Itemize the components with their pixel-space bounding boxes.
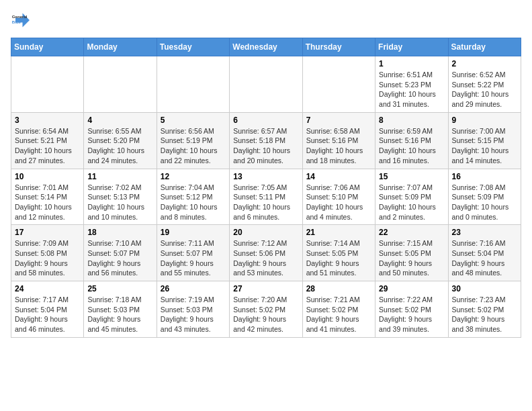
calendar-cell: 24Sunrise: 7:17 AM Sunset: 5:04 PM Dayli… [11, 281, 84, 338]
calendar-cell: 15Sunrise: 7:07 AM Sunset: 5:09 PM Dayli… [375, 169, 448, 225]
logo-icon: General Blue [11, 11, 30, 30]
day-number: 5 [161, 116, 226, 125]
day-number: 30 [452, 284, 517, 293]
calendar-cell: 13Sunrise: 7:05 AM Sunset: 5:11 PM Dayli… [230, 169, 302, 225]
day-number: 7 [306, 116, 371, 125]
day-number: 2 [452, 59, 517, 68]
day-header-tuesday: Tuesday [157, 38, 229, 56]
day-info: Sunrise: 6:58 AM Sunset: 5:16 PM Dayligh… [306, 126, 371, 166]
day-number: 23 [452, 228, 517, 237]
day-info: Sunrise: 7:20 AM Sunset: 5:02 PM Dayligh… [233, 295, 298, 334]
day-info: Sunrise: 6:57 AM Sunset: 5:18 PM Dayligh… [233, 126, 298, 166]
day-info: Sunrise: 7:07 AM Sunset: 5:09 PM Dayligh… [379, 183, 444, 222]
logo: General Blue [11, 11, 30, 30]
day-number: 22 [379, 228, 444, 237]
day-header-monday: Monday [84, 38, 157, 56]
day-number: 9 [452, 116, 517, 125]
day-header-thursday: Thursday [302, 38, 375, 56]
day-info: Sunrise: 7:23 AM Sunset: 5:02 PM Dayligh… [452, 295, 517, 334]
calendar-cell: 30Sunrise: 7:23 AM Sunset: 5:02 PM Dayli… [448, 281, 521, 338]
calendar-cell: 28Sunrise: 7:21 AM Sunset: 5:02 PM Dayli… [302, 281, 375, 338]
calendar-cell: 20Sunrise: 7:12 AM Sunset: 5:06 PM Dayli… [230, 225, 302, 281]
day-info: Sunrise: 7:04 AM Sunset: 5:12 PM Dayligh… [161, 183, 226, 222]
day-number: 20 [233, 228, 298, 237]
day-number: 12 [161, 172, 226, 181]
svg-text:Blue: Blue [12, 19, 21, 24]
calendar-cell: 22Sunrise: 7:15 AM Sunset: 5:05 PM Dayli… [375, 225, 448, 281]
day-number: 10 [15, 172, 80, 181]
calendar-table: SundayMondayTuesdayWednesdayThursdayFrid… [11, 38, 521, 338]
calendar-cell: 5Sunrise: 6:56 AM Sunset: 5:19 PM Daylig… [157, 112, 229, 169]
day-info: Sunrise: 7:08 AM Sunset: 5:09 PM Dayligh… [452, 183, 517, 222]
calendar-cell: 16Sunrise: 7:08 AM Sunset: 5:09 PM Dayli… [448, 169, 521, 225]
day-info: Sunrise: 6:55 AM Sunset: 5:20 PM Dayligh… [87, 126, 152, 166]
day-number: 4 [87, 116, 152, 125]
calendar-week-4: 17Sunrise: 7:09 AM Sunset: 5:08 PM Dayli… [11, 225, 521, 281]
calendar-cell [11, 56, 84, 113]
day-number: 25 [87, 284, 152, 293]
calendar-cell: 10Sunrise: 7:01 AM Sunset: 5:14 PM Dayli… [11, 169, 84, 225]
calendar-cell: 25Sunrise: 7:18 AM Sunset: 5:03 PM Dayli… [84, 281, 157, 338]
calendar-week-2: 3Sunrise: 6:54 AM Sunset: 5:21 PM Daylig… [11, 112, 521, 169]
day-info: Sunrise: 7:21 AM Sunset: 5:02 PM Dayligh… [306, 295, 371, 334]
day-number: 26 [161, 284, 226, 293]
calendar-cell: 4Sunrise: 6:55 AM Sunset: 5:20 PM Daylig… [84, 112, 157, 169]
day-info: Sunrise: 7:02 AM Sunset: 5:13 PM Dayligh… [87, 183, 152, 222]
day-info: Sunrise: 6:54 AM Sunset: 5:21 PM Dayligh… [15, 126, 80, 166]
day-info: Sunrise: 7:14 AM Sunset: 5:05 PM Dayligh… [306, 238, 371, 278]
day-number: 29 [379, 284, 444, 293]
calendar-cell: 1Sunrise: 6:51 AM Sunset: 5:23 PM Daylig… [375, 56, 448, 113]
day-info: Sunrise: 7:16 AM Sunset: 5:04 PM Dayligh… [452, 238, 517, 278]
page-header: General Blue [11, 11, 521, 30]
day-info: Sunrise: 7:06 AM Sunset: 5:10 PM Dayligh… [306, 183, 371, 222]
calendar-cell: 2Sunrise: 6:52 AM Sunset: 5:22 PM Daylig… [448, 56, 521, 113]
day-info: Sunrise: 7:18 AM Sunset: 5:03 PM Dayligh… [87, 295, 152, 334]
day-number: 18 [87, 228, 152, 237]
calendar-cell: 11Sunrise: 7:02 AM Sunset: 5:13 PM Dayli… [84, 169, 157, 225]
day-number: 11 [87, 172, 152, 181]
day-info: Sunrise: 7:05 AM Sunset: 5:11 PM Dayligh… [233, 183, 298, 222]
day-info: Sunrise: 7:19 AM Sunset: 5:03 PM Dayligh… [161, 295, 226, 334]
day-header-saturday: Saturday [448, 38, 521, 56]
calendar-cell: 6Sunrise: 6:57 AM Sunset: 5:18 PM Daylig… [230, 112, 302, 169]
calendar-cell: 19Sunrise: 7:11 AM Sunset: 5:07 PM Dayli… [157, 225, 229, 281]
day-info: Sunrise: 7:01 AM Sunset: 5:14 PM Dayligh… [15, 183, 80, 222]
calendar-week-1: 1Sunrise: 6:51 AM Sunset: 5:23 PM Daylig… [11, 56, 521, 113]
calendar-cell: 8Sunrise: 6:59 AM Sunset: 5:16 PM Daylig… [375, 112, 448, 169]
calendar-cell [157, 56, 229, 113]
day-info: Sunrise: 7:12 AM Sunset: 5:06 PM Dayligh… [233, 238, 298, 278]
day-number: 14 [306, 172, 371, 181]
calendar-cell: 9Sunrise: 7:00 AM Sunset: 5:15 PM Daylig… [448, 112, 521, 169]
day-info: Sunrise: 7:00 AM Sunset: 5:15 PM Dayligh… [452, 126, 517, 166]
calendar-cell [84, 56, 157, 113]
calendar-cell: 17Sunrise: 7:09 AM Sunset: 5:08 PM Dayli… [11, 225, 84, 281]
svg-text:General: General [12, 14, 28, 19]
day-number: 6 [233, 116, 298, 125]
calendar-cell: 29Sunrise: 7:22 AM Sunset: 5:02 PM Dayli… [375, 281, 448, 338]
calendar-cell: 7Sunrise: 6:58 AM Sunset: 5:16 PM Daylig… [302, 112, 375, 169]
calendar-cell: 3Sunrise: 6:54 AM Sunset: 5:21 PM Daylig… [11, 112, 84, 169]
day-number: 28 [306, 284, 371, 293]
day-info: Sunrise: 6:56 AM Sunset: 5:19 PM Dayligh… [161, 126, 226, 166]
calendar-cell: 27Sunrise: 7:20 AM Sunset: 5:02 PM Dayli… [230, 281, 302, 338]
calendar-cell: 12Sunrise: 7:04 AM Sunset: 5:12 PM Dayli… [157, 169, 229, 225]
day-number: 19 [161, 228, 226, 237]
day-number: 8 [379, 116, 444, 125]
day-info: Sunrise: 6:59 AM Sunset: 5:16 PM Dayligh… [379, 126, 444, 166]
day-header-wednesday: Wednesday [230, 38, 302, 56]
day-number: 1 [379, 59, 444, 68]
calendar-week-5: 24Sunrise: 7:17 AM Sunset: 5:04 PM Dayli… [11, 281, 521, 338]
day-number: 24 [15, 284, 80, 293]
calendar-cell [302, 56, 375, 113]
day-info: Sunrise: 7:10 AM Sunset: 5:07 PM Dayligh… [87, 238, 152, 278]
day-number: 13 [233, 172, 298, 181]
day-info: Sunrise: 7:22 AM Sunset: 5:02 PM Dayligh… [379, 295, 444, 334]
calendar-week-3: 10Sunrise: 7:01 AM Sunset: 5:14 PM Dayli… [11, 169, 521, 225]
calendar-header-row: SundayMondayTuesdayWednesdayThursdayFrid… [11, 38, 521, 56]
day-number: 3 [15, 116, 80, 125]
day-info: Sunrise: 7:09 AM Sunset: 5:08 PM Dayligh… [15, 238, 80, 278]
day-header-friday: Friday [375, 38, 448, 56]
calendar-cell: 18Sunrise: 7:10 AM Sunset: 5:07 PM Dayli… [84, 225, 157, 281]
day-info: Sunrise: 7:15 AM Sunset: 5:05 PM Dayligh… [379, 238, 444, 278]
day-number: 27 [233, 284, 298, 293]
